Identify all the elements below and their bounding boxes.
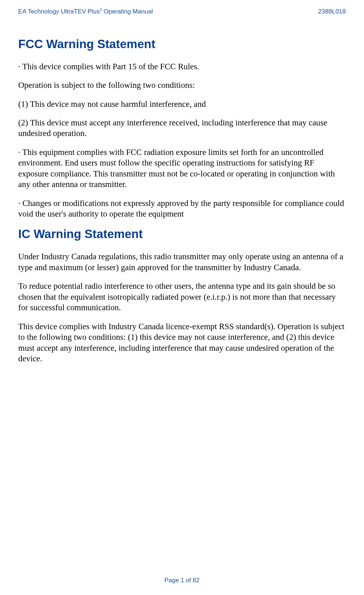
ic-paragraph-3: This device complies with Industry Canad… xyxy=(18,321,346,364)
fcc-paragraph-2: Operation is subject to the following tw… xyxy=(18,80,346,90)
ic-paragraph-1: Under Industry Canada regulations, this … xyxy=(18,251,346,273)
fcc-paragraph-4: (2) This device must accept any interfer… xyxy=(18,117,346,139)
header-product-suffix: Operating Manual xyxy=(102,8,153,15)
page-footer: Page 1 of 82 xyxy=(18,577,346,584)
page-header: EA Technology UltraTEV Plus2 Operating M… xyxy=(18,7,346,15)
section-title-ic: IC Warning Statement xyxy=(18,227,346,241)
section-title-fcc: FCC Warning Statement xyxy=(18,37,346,51)
fcc-paragraph-1: · This device complies with Part 15 of t… xyxy=(18,61,346,72)
document-page: EA Technology UltraTEV Plus2 Operating M… xyxy=(0,0,364,595)
page-content: FCC Warning Statement · This device comp… xyxy=(18,37,346,577)
header-doc-number: 2388L018 xyxy=(318,8,346,15)
header-product-prefix: EA Technology UltraTEV Plus xyxy=(18,8,100,15)
fcc-paragraph-5: · This equipment complies with FCC radia… xyxy=(18,147,346,190)
fcc-paragraph-6: · Changes or modifications not expressly… xyxy=(18,198,346,219)
ic-paragraph-2: To reduce potential radio interference t… xyxy=(18,281,346,313)
fcc-paragraph-3: (1) This device may not cause harmful in… xyxy=(18,99,346,109)
header-left: EA Technology UltraTEV Plus2 Operating M… xyxy=(18,7,153,15)
